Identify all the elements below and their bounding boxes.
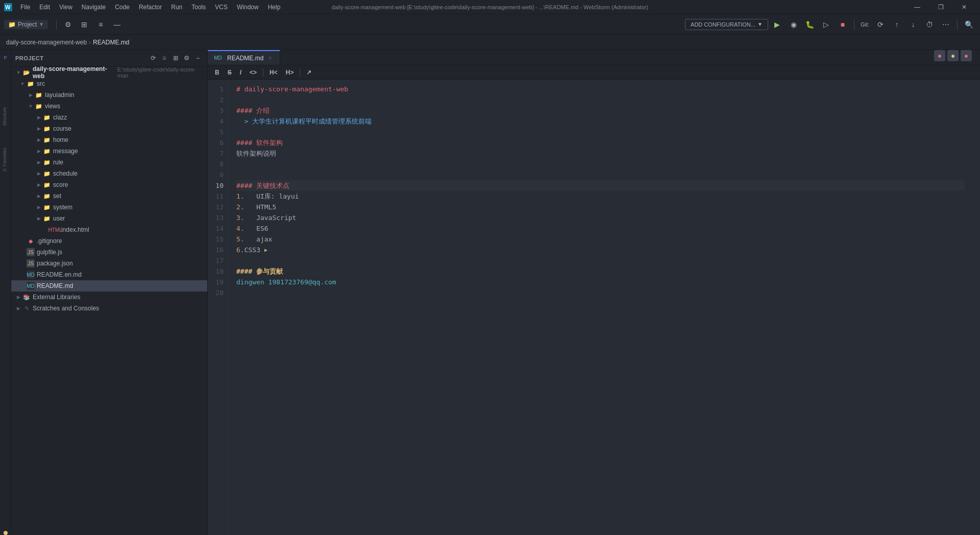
sidebar: Project ⟳ ≡ ⊞ ⚙ − ▼ 📂 daily-score-manage…: [11, 50, 208, 535]
project-tool-button[interactable]: P: [1, 52, 11, 63]
tree-item-src[interactable]: ▼ 📁 src: [11, 78, 207, 89]
tree-item-root[interactable]: ▼ 📂 daily-score-management-web E:\study\…: [11, 67, 207, 78]
tree-label-user: user: [53, 215, 65, 222]
md-strikethrough-button[interactable]: S: [225, 68, 235, 77]
structure-button[interactable]: Structure: [1, 104, 11, 129]
run-with-button[interactable]: ▷: [819, 17, 834, 32]
action-btn-2[interactable]: ●: [947, 50, 959, 61]
tree-label-src: src: [37, 80, 45, 87]
action-btn-1[interactable]: ●: [934, 50, 945, 61]
run-button[interactable]: ▶: [770, 17, 785, 32]
md-heading-increase-button[interactable]: H>: [283, 68, 297, 77]
stop-button[interactable]: ■: [836, 17, 850, 32]
tree-item-clazz[interactable]: ▶ 📁 clazz: [11, 112, 207, 123]
tree-label-external-libs: External Libraries: [33, 294, 80, 301]
git-push-button[interactable]: ↑: [890, 17, 904, 32]
expand-arrow-course: ▶: [36, 126, 42, 132]
tab-bar: MD README.md ×: [208, 50, 980, 65]
md-link-button[interactable]: ↗: [303, 68, 314, 77]
line-num-3: 3: [208, 105, 224, 116]
project-label: Project: [18, 21, 37, 28]
tree-item-index-html[interactable]: ▶ HTML index.html: [11, 224, 207, 235]
md-heading-decrease-button[interactable]: H<: [266, 68, 281, 77]
notification-badge[interactable]: [4, 531, 8, 535]
tree-label-layuiadmin: layuiadmin: [45, 91, 74, 99]
git-history-button[interactable]: ⏱: [922, 17, 937, 32]
line-num-5: 5: [208, 127, 224, 137]
folder-icon-message: 📁: [43, 147, 51, 155]
tree-item-home[interactable]: ▶ 📁 home: [11, 134, 207, 145]
tree-item-system[interactable]: ▶ 📁 system: [11, 202, 207, 213]
breadcrumb-file[interactable]: README.md: [93, 39, 129, 46]
tree-item-message[interactable]: ▶ 📁 message: [11, 145, 207, 157]
expand-arrow-scratches: ▶: [15, 305, 21, 311]
tree-item-views[interactable]: ▼ 📁 views: [11, 101, 207, 112]
menu-refactor[interactable]: Refactor: [135, 3, 166, 12]
collapse-all-button[interactable]: ≡: [159, 53, 169, 63]
add-configuration-button[interactable]: ADD CONFIGURATION... ▼: [685, 19, 768, 30]
tree-label-index-html: index.html: [61, 226, 89, 233]
menu-edit[interactable]: Edit: [35, 3, 54, 12]
coverage-button[interactable]: ◉: [787, 17, 801, 32]
tree-item-layuiadmin[interactable]: ▶ 📁 layuiadmin: [11, 89, 207, 101]
tree-item-gitignore[interactable]: ▶ ◆ .gitignore: [11, 235, 207, 247]
folder-icon-layuiadmin: 📁: [35, 91, 43, 99]
tree-item-user[interactable]: ▶ 📁 user: [11, 213, 207, 224]
maximize-button[interactable]: ❐: [929, 0, 952, 14]
md-italic-button[interactable]: I: [237, 68, 244, 77]
debug-button[interactable]: 🐛: [803, 17, 817, 32]
md-code-button[interactable]: <>: [247, 68, 260, 77]
folder-icon: 📁: [8, 21, 16, 28]
favorites-button[interactable]: 2: Favorites: [1, 144, 11, 175]
search-everywhere-button[interactable]: 🔍: [962, 17, 976, 32]
menu-help[interactable]: Help: [264, 3, 285, 12]
expand-arrow-layuiadmin: ▶: [28, 92, 34, 98]
close-button[interactable]: ✕: [952, 0, 976, 14]
tree-item-score[interactable]: ▶ 📁 score: [11, 179, 207, 190]
collapse-btn[interactable]: —: [110, 17, 124, 32]
menu-navigate[interactable]: Navigate: [78, 3, 110, 12]
tree-item-course[interactable]: ▶ 📁 course: [11, 123, 207, 134]
hide-panel-button[interactable]: −: [193, 53, 203, 63]
action-btn-3[interactable]: ●: [961, 50, 972, 61]
far-left-panel: P Structure 2: Favorites: [0, 50, 11, 535]
file-icon-scratches: ✎: [22, 304, 31, 312]
minimize-button[interactable]: —: [905, 0, 929, 14]
git-update-button[interactable]: ⟳: [873, 17, 888, 32]
tree-item-external-libs[interactable]: ▶ 📚 External Libraries: [11, 291, 207, 303]
git-annotate-button[interactable]: ⋯: [939, 17, 953, 32]
tree-item-scratches[interactable]: ▶ ✎ Scratches and Consoles: [11, 303, 207, 314]
tree-item-schedule[interactable]: ▶ 📁 schedule: [11, 168, 207, 179]
tree-item-rule[interactable]: ▶ 📁 rule: [11, 157, 207, 168]
line-num-18: 18: [208, 266, 224, 277]
tab-close-readme[interactable]: ×: [266, 55, 274, 62]
breadcrumb-root[interactable]: daily-score-management-web: [6, 39, 87, 46]
tree-item-gulpfile[interactable]: ▶ JS gulpfile.js: [11, 247, 207, 258]
md-bold-button[interactable]: B: [212, 68, 223, 77]
line-num-8: 8: [208, 159, 224, 169]
tab-readme[interactable]: MD README.md ×: [208, 50, 280, 65]
menu-btn[interactable]: ≡: [93, 17, 108, 32]
svg-text:W: W: [5, 4, 11, 10]
tree-item-package-json[interactable]: ▶ JS package.json: [11, 258, 207, 269]
editor-text-area[interactable]: # daily-score-management-web #### 介绍 > 大…: [228, 80, 973, 535]
menu-run[interactable]: Run: [167, 3, 186, 12]
line-num-2: 2: [208, 94, 224, 105]
menu-code[interactable]: Code: [111, 3, 134, 12]
git-pull-button[interactable]: ↓: [906, 17, 920, 32]
tree-item-readme[interactable]: ▶ MD README.md: [11, 280, 207, 291]
menu-window[interactable]: Window: [233, 3, 263, 12]
expand-all-button[interactable]: ⊞: [170, 53, 181, 63]
menu-tools[interactable]: Tools: [187, 3, 210, 12]
menu-file[interactable]: File: [16, 3, 34, 12]
settings-btn[interactable]: ⚙: [61, 17, 75, 32]
tree-item-set[interactable]: ▶ 📁 set: [11, 190, 207, 202]
gear-icon[interactable]: ⚙: [182, 53, 192, 63]
menu-view[interactable]: View: [55, 3, 77, 12]
project-selector[interactable]: 📁 Project ▼: [4, 20, 48, 29]
expand-btn[interactable]: ⊞: [77, 17, 91, 32]
menu-vcs[interactable]: VCS: [211, 3, 232, 12]
tree-item-readme-en[interactable]: ▶ MD README.en.md: [11, 269, 207, 280]
sync-button[interactable]: ⟳: [148, 53, 158, 63]
toolbar-right: ADD CONFIGURATION... ▼ ▶ ◉ 🐛 ▷ ■ Git: ⟳ …: [685, 17, 976, 32]
